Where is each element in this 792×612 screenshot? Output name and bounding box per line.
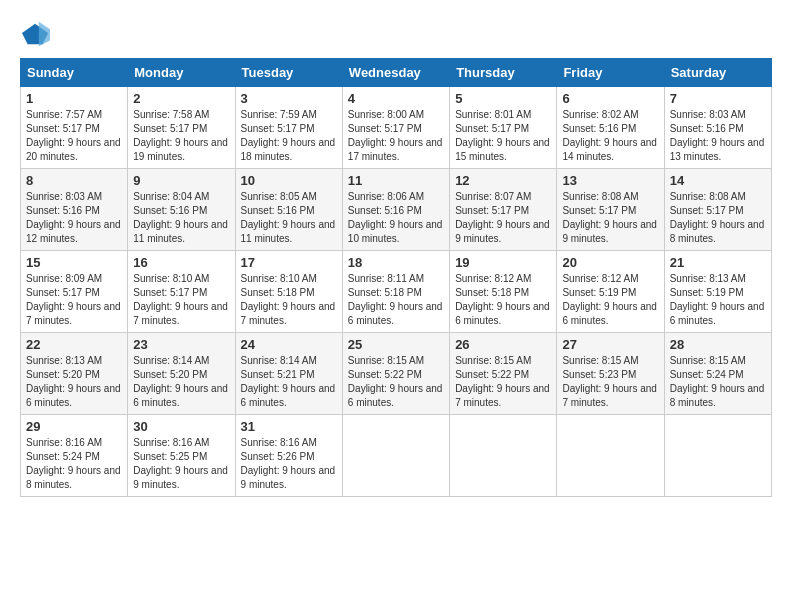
calendar-cell: 24Sunrise: 8:14 AMSunset: 5:21 PMDayligh…	[235, 333, 342, 415]
day-number: 22	[26, 337, 122, 352]
column-header-tuesday: Tuesday	[235, 59, 342, 87]
day-number: 10	[241, 173, 337, 188]
day-number: 20	[562, 255, 658, 270]
cell-info: Sunrise: 7:59 AMSunset: 5:17 PMDaylight:…	[241, 108, 337, 164]
calendar-cell: 12Sunrise: 8:07 AMSunset: 5:17 PMDayligh…	[450, 169, 557, 251]
cell-info: Sunrise: 8:00 AMSunset: 5:17 PMDaylight:…	[348, 108, 444, 164]
day-number: 7	[670, 91, 766, 106]
day-number: 21	[670, 255, 766, 270]
day-number: 31	[241, 419, 337, 434]
cell-info: Sunrise: 8:15 AMSunset: 5:24 PMDaylight:…	[670, 354, 766, 410]
day-number: 14	[670, 173, 766, 188]
calendar-cell: 23Sunrise: 8:14 AMSunset: 5:20 PMDayligh…	[128, 333, 235, 415]
logo-icon	[22, 20, 50, 48]
cell-info: Sunrise: 8:13 AMSunset: 5:20 PMDaylight:…	[26, 354, 122, 410]
day-number: 6	[562, 91, 658, 106]
cell-info: Sunrise: 8:12 AMSunset: 5:18 PMDaylight:…	[455, 272, 551, 328]
day-number: 26	[455, 337, 551, 352]
day-number: 19	[455, 255, 551, 270]
calendar-cell: 28Sunrise: 8:15 AMSunset: 5:24 PMDayligh…	[664, 333, 771, 415]
calendar-cell: 17Sunrise: 8:10 AMSunset: 5:18 PMDayligh…	[235, 251, 342, 333]
cell-info: Sunrise: 8:15 AMSunset: 5:22 PMDaylight:…	[455, 354, 551, 410]
day-number: 27	[562, 337, 658, 352]
calendar-cell: 4Sunrise: 8:00 AMSunset: 5:17 PMDaylight…	[342, 87, 449, 169]
calendar-cell: 8Sunrise: 8:03 AMSunset: 5:16 PMDaylight…	[21, 169, 128, 251]
day-number: 28	[670, 337, 766, 352]
day-number: 17	[241, 255, 337, 270]
column-header-thursday: Thursday	[450, 59, 557, 87]
cell-info: Sunrise: 8:16 AMSunset: 5:26 PMDaylight:…	[241, 436, 337, 492]
cell-info: Sunrise: 8:14 AMSunset: 5:20 PMDaylight:…	[133, 354, 229, 410]
cell-info: Sunrise: 7:57 AMSunset: 5:17 PMDaylight:…	[26, 108, 122, 164]
day-number: 12	[455, 173, 551, 188]
calendar-cell: 10Sunrise: 8:05 AMSunset: 5:16 PMDayligh…	[235, 169, 342, 251]
day-number: 4	[348, 91, 444, 106]
column-header-monday: Monday	[128, 59, 235, 87]
cell-info: Sunrise: 8:11 AMSunset: 5:18 PMDaylight:…	[348, 272, 444, 328]
calendar-cell: 3Sunrise: 7:59 AMSunset: 5:17 PMDaylight…	[235, 87, 342, 169]
calendar-cell: 20Sunrise: 8:12 AMSunset: 5:19 PMDayligh…	[557, 251, 664, 333]
day-number: 24	[241, 337, 337, 352]
calendar-cell: 6Sunrise: 8:02 AMSunset: 5:16 PMDaylight…	[557, 87, 664, 169]
day-number: 15	[26, 255, 122, 270]
cell-info: Sunrise: 7:58 AMSunset: 5:17 PMDaylight:…	[133, 108, 229, 164]
calendar-cell: 19Sunrise: 8:12 AMSunset: 5:18 PMDayligh…	[450, 251, 557, 333]
cell-info: Sunrise: 8:09 AMSunset: 5:17 PMDaylight:…	[26, 272, 122, 328]
page-header	[20, 20, 772, 48]
calendar-table: SundayMondayTuesdayWednesdayThursdayFrid…	[20, 58, 772, 497]
cell-info: Sunrise: 8:15 AMSunset: 5:23 PMDaylight:…	[562, 354, 658, 410]
day-number: 30	[133, 419, 229, 434]
cell-info: Sunrise: 8:05 AMSunset: 5:16 PMDaylight:…	[241, 190, 337, 246]
cell-info: Sunrise: 8:15 AMSunset: 5:22 PMDaylight:…	[348, 354, 444, 410]
calendar-cell: 27Sunrise: 8:15 AMSunset: 5:23 PMDayligh…	[557, 333, 664, 415]
cell-info: Sunrise: 8:08 AMSunset: 5:17 PMDaylight:…	[670, 190, 766, 246]
day-number: 23	[133, 337, 229, 352]
calendar-cell: 9Sunrise: 8:04 AMSunset: 5:16 PMDaylight…	[128, 169, 235, 251]
calendar-cell	[342, 415, 449, 497]
calendar-cell: 22Sunrise: 8:13 AMSunset: 5:20 PMDayligh…	[21, 333, 128, 415]
svg-marker-1	[39, 22, 50, 46]
day-number: 8	[26, 173, 122, 188]
day-number: 25	[348, 337, 444, 352]
logo	[20, 20, 50, 48]
cell-info: Sunrise: 8:14 AMSunset: 5:21 PMDaylight:…	[241, 354, 337, 410]
column-header-friday: Friday	[557, 59, 664, 87]
calendar-cell: 31Sunrise: 8:16 AMSunset: 5:26 PMDayligh…	[235, 415, 342, 497]
day-number: 1	[26, 91, 122, 106]
cell-info: Sunrise: 8:03 AMSunset: 5:16 PMDaylight:…	[26, 190, 122, 246]
cell-info: Sunrise: 8:16 AMSunset: 5:25 PMDaylight:…	[133, 436, 229, 492]
calendar-cell	[450, 415, 557, 497]
cell-info: Sunrise: 8:08 AMSunset: 5:17 PMDaylight:…	[562, 190, 658, 246]
day-number: 3	[241, 91, 337, 106]
cell-info: Sunrise: 8:10 AMSunset: 5:17 PMDaylight:…	[133, 272, 229, 328]
column-header-sunday: Sunday	[21, 59, 128, 87]
calendar-cell: 29Sunrise: 8:16 AMSunset: 5:24 PMDayligh…	[21, 415, 128, 497]
calendar-cell: 14Sunrise: 8:08 AMSunset: 5:17 PMDayligh…	[664, 169, 771, 251]
calendar-cell: 30Sunrise: 8:16 AMSunset: 5:25 PMDayligh…	[128, 415, 235, 497]
day-number: 9	[133, 173, 229, 188]
calendar-cell: 21Sunrise: 8:13 AMSunset: 5:19 PMDayligh…	[664, 251, 771, 333]
cell-info: Sunrise: 8:10 AMSunset: 5:18 PMDaylight:…	[241, 272, 337, 328]
calendar-cell: 7Sunrise: 8:03 AMSunset: 5:16 PMDaylight…	[664, 87, 771, 169]
calendar-cell: 16Sunrise: 8:10 AMSunset: 5:17 PMDayligh…	[128, 251, 235, 333]
day-number: 29	[26, 419, 122, 434]
day-number: 13	[562, 173, 658, 188]
calendar-cell: 18Sunrise: 8:11 AMSunset: 5:18 PMDayligh…	[342, 251, 449, 333]
cell-info: Sunrise: 8:12 AMSunset: 5:19 PMDaylight:…	[562, 272, 658, 328]
cell-info: Sunrise: 8:04 AMSunset: 5:16 PMDaylight:…	[133, 190, 229, 246]
calendar-cell: 11Sunrise: 8:06 AMSunset: 5:16 PMDayligh…	[342, 169, 449, 251]
day-number: 5	[455, 91, 551, 106]
cell-info: Sunrise: 8:02 AMSunset: 5:16 PMDaylight:…	[562, 108, 658, 164]
calendar-cell	[664, 415, 771, 497]
calendar-cell: 1Sunrise: 7:57 AMSunset: 5:17 PMDaylight…	[21, 87, 128, 169]
cell-info: Sunrise: 8:06 AMSunset: 5:16 PMDaylight:…	[348, 190, 444, 246]
column-header-wednesday: Wednesday	[342, 59, 449, 87]
cell-info: Sunrise: 8:01 AMSunset: 5:17 PMDaylight:…	[455, 108, 551, 164]
day-number: 16	[133, 255, 229, 270]
calendar-cell: 26Sunrise: 8:15 AMSunset: 5:22 PMDayligh…	[450, 333, 557, 415]
calendar-cell: 25Sunrise: 8:15 AMSunset: 5:22 PMDayligh…	[342, 333, 449, 415]
calendar-cell: 15Sunrise: 8:09 AMSunset: 5:17 PMDayligh…	[21, 251, 128, 333]
calendar-cell: 5Sunrise: 8:01 AMSunset: 5:17 PMDaylight…	[450, 87, 557, 169]
cell-info: Sunrise: 8:16 AMSunset: 5:24 PMDaylight:…	[26, 436, 122, 492]
column-header-saturday: Saturday	[664, 59, 771, 87]
